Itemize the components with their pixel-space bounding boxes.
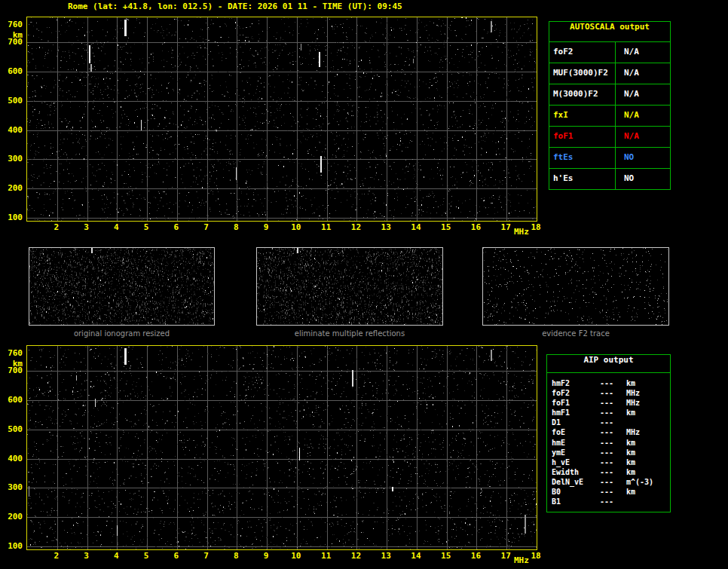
x-tick-label: 16 — [471, 551, 481, 561]
parameter-value: N/A — [616, 42, 670, 63]
table-row: B1 --- — [552, 497, 668, 507]
x-tick-label: 12 — [351, 222, 361, 232]
y-tick-label: 200 — [0, 183, 23, 193]
parameter-value: --- — [600, 399, 626, 408]
parameter-value: N/A — [616, 63, 670, 84]
parameter-label: B0 — [552, 488, 600, 497]
x-tick-label: 3 — [84, 551, 89, 561]
parameter-unit: MHz — [626, 389, 668, 399]
autoscala-window: { "header": { "title": "Rome (lat: +41.8… — [0, 0, 728, 569]
table-row: D1 --- — [552, 418, 668, 428]
y-tick-label: 100 — [0, 541, 23, 551]
y-tick-label: 500 — [0, 424, 23, 433]
parameter-label: M(3000)F2 — [549, 84, 616, 105]
x-axis-unit-label-bottom: MHz — [514, 555, 529, 565]
table-row: B0 --- km — [552, 488, 668, 497]
table-row: foF2 --- MHz — [552, 389, 668, 399]
parameter-value: N/A — [616, 84, 670, 105]
y-tick-label: 500 — [0, 95, 23, 105]
parameter-value: --- — [600, 478, 626, 488]
table-row: M(3000)F2 N/A — [549, 84, 670, 106]
parameter-value: --- — [600, 418, 626, 428]
table-row: fxI N/A — [549, 106, 670, 127]
parameter-unit: m^(-3) — [626, 478, 668, 488]
x-tick-label: 9 — [264, 551, 269, 561]
y-tick-label: 400 — [0, 124, 23, 134]
parameter-value: --- — [600, 458, 626, 468]
ionogram-canvas-bottom — [27, 346, 537, 549]
parameter-unit: MHz — [626, 428, 668, 438]
y-tick-label: 760 — [0, 347, 23, 357]
x-tick-label: 18 — [531, 222, 540, 232]
parameter-value: --- — [600, 497, 626, 507]
x-tick-label: 5 — [144, 551, 149, 561]
parameter-value: --- — [600, 468, 626, 478]
parameter-unit — [626, 418, 668, 428]
x-tick-label: 14 — [411, 551, 421, 561]
y-tick-label: 200 — [0, 512, 23, 522]
parameter-label: Ewidth — [552, 468, 600, 478]
x-tick-label: 7 — [203, 551, 209, 561]
parameter-label: hmE — [552, 439, 600, 448]
parameter-label: hmF2 — [552, 379, 600, 389]
parameter-label: D1 — [552, 418, 600, 428]
parameter-label: ftEs — [549, 148, 616, 168]
parameter-unit: km — [626, 488, 668, 497]
parameter-label: B1 — [552, 497, 600, 507]
x-tick-label: 2 — [54, 551, 59, 561]
table-row: foF2 N/A — [549, 42, 670, 63]
parameter-unit: km — [626, 468, 668, 478]
y-axis-bottom: 760km700600500400300200100 — [0, 345, 23, 550]
x-tick-label: 3 — [84, 222, 89, 232]
parameter-value: --- — [600, 439, 626, 448]
y-tick-label: 700 — [0, 366, 23, 375]
parameter-value: NO — [616, 148, 670, 168]
parameter-value: --- — [600, 488, 626, 497]
thumbnail-reflections-canvas — [256, 247, 443, 326]
parameter-label: ymE — [552, 448, 600, 458]
x-tick-label: 10 — [291, 222, 301, 232]
table-row: h_vE --- km — [552, 458, 668, 468]
x-tick-label: 10 — [291, 551, 301, 561]
table-row: hmF1 --- km — [552, 408, 668, 418]
y-tick-label: 600 — [0, 66, 23, 75]
parameter-value: N/A — [616, 127, 670, 147]
ionogram-canvas-top — [27, 17, 537, 221]
x-axis-top: 23456789101112131415161718 — [26, 222, 540, 233]
autoscala-table-title: AUTOSCALA output — [549, 22, 670, 42]
ionogram-area-bottom — [26, 345, 537, 550]
x-tick-label: 5 — [144, 222, 149, 232]
table-row: foE --- MHz — [552, 428, 668, 438]
x-tick-label: 4 — [114, 551, 119, 561]
parameter-value: --- — [600, 408, 626, 418]
table-row: h'Es NO — [549, 169, 670, 189]
table-row: ymE --- km — [552, 448, 668, 458]
parameter-label: foE — [552, 428, 600, 438]
parameter-label: MUF(3000)F2 — [549, 63, 616, 84]
thumbnail-original-ionogram: original ionogram resized — [29, 247, 215, 338]
thumbnail-multiple-reflections: eliminate multiple reflections — [256, 247, 443, 338]
thumbnail-f2-trace: evidence F2 trace — [482, 247, 669, 338]
y-tick-label: 600 — [0, 394, 23, 404]
thumbnail-original-canvas — [29, 247, 215, 326]
table-row: DelN_vE --- m^(-3) — [552, 478, 668, 488]
y-tick-label: 300 — [0, 154, 23, 164]
parameter-label: foF2 — [552, 389, 600, 399]
x-tick-label: 15 — [441, 222, 451, 232]
x-tick-label: 2 — [54, 222, 59, 232]
parameter-label: DelN_vE — [552, 478, 600, 488]
x-tick-label: 12 — [351, 551, 361, 561]
x-tick-label: 11 — [321, 551, 331, 561]
y-tick-label: 760 — [0, 19, 23, 29]
x-tick-label: 16 — [471, 222, 481, 232]
y-tick-label: 400 — [0, 453, 23, 463]
x-tick-label: 7 — [203, 222, 209, 232]
parameter-label: h'Es — [549, 169, 616, 189]
x-tick-label: 8 — [234, 551, 239, 561]
ionogram-area-top — [26, 17, 537, 222]
parameter-value: --- — [600, 448, 626, 458]
x-tick-label: 6 — [174, 551, 179, 561]
x-tick-label: 15 — [441, 551, 451, 561]
table-row: Ewidth --- km — [552, 468, 668, 478]
parameter-unit — [626, 497, 668, 507]
